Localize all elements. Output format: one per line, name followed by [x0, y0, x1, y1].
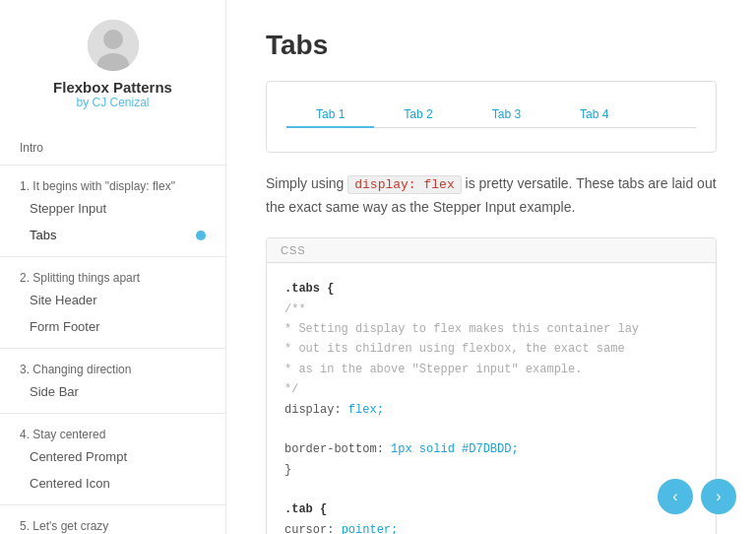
divider [0, 504, 225, 505]
sidebar-subtitle: by CJ Cenizal [76, 96, 149, 109]
sidebar-title: Flexbox Patterns [53, 79, 172, 96]
prev-button[interactable]: ‹ [658, 479, 693, 514]
code-block: CSS .tabs { /** * Setting display to fle… [266, 237, 717, 534]
divider [0, 413, 225, 414]
sidebar-section-5[interactable]: 5. Let's get crazy [0, 513, 225, 534]
tab-2[interactable]: Tab 2 [374, 102, 462, 128]
description-before: Simply using [266, 175, 347, 191]
avatar [88, 20, 139, 71]
svg-point-1 [103, 30, 123, 49]
page-title: Tabs [266, 30, 717, 61]
sidebar-logo-area: Flexbox Patterns by CJ Cenizal [0, 0, 225, 119]
sidebar-item-stepper-input[interactable]: Stepper Input [0, 195, 225, 222]
divider [0, 348, 225, 349]
nav-buttons: ‹ › [658, 479, 736, 514]
code-label: CSS [267, 238, 716, 263]
sidebar-item-centered-icon[interactable]: Centered Icon [0, 470, 225, 497]
description: Simply using display: flex is pretty ver… [266, 172, 717, 218]
sidebar: Flexbox Patterns by CJ Cenizal Intro 1. … [0, 0, 226, 534]
sidebar-item-tabs-label: Tabs [30, 228, 56, 242]
divider [0, 256, 225, 257]
sidebar-item-side-bar[interactable]: Side Bar [0, 378, 225, 405]
divider [0, 165, 225, 166]
tab-3[interactable]: Tab 3 [463, 102, 550, 128]
sidebar-section-2[interactable]: 2. Splitting things apart [0, 265, 225, 287]
main-content: Tabs Tab 1 Tab 2 Tab 3 Tab 4 Simply usin… [226, 0, 756, 534]
sidebar-item-tabs[interactable]: Tabs [0, 222, 225, 248]
tab-4[interactable]: Tab 4 [550, 102, 638, 128]
sidebar-item-form-footer[interactable]: Form Footer [0, 313, 225, 340]
sidebar-item-site-header[interactable]: Site Header [0, 287, 225, 313]
next-button[interactable]: › [701, 479, 736, 514]
sidebar-section-3[interactable]: 3. Changing direction [0, 357, 225, 378]
code-content: .tabs { /** * Setting display to flex ma… [267, 263, 716, 534]
tabs-demo-box: Tab 1 Tab 2 Tab 3 Tab 4 [266, 81, 717, 153]
sidebar-nav: Intro 1. It begins with "display: flex" … [0, 135, 225, 534]
sidebar-section-4[interactable]: 4. Stay centered [0, 422, 225, 443]
inline-code: display: flex [347, 175, 461, 194]
sidebar-section-intro[interactable]: Intro [0, 135, 225, 157]
tab-1[interactable]: Tab 1 [286, 102, 374, 128]
active-dot [196, 231, 206, 240]
sidebar-item-centered-prompt[interactable]: Centered Prompt [0, 443, 225, 470]
tabs-demo: Tab 1 Tab 2 Tab 3 Tab 4 [286, 101, 696, 128]
sidebar-section-1[interactable]: 1. It begins with "display: flex" [0, 173, 225, 195]
